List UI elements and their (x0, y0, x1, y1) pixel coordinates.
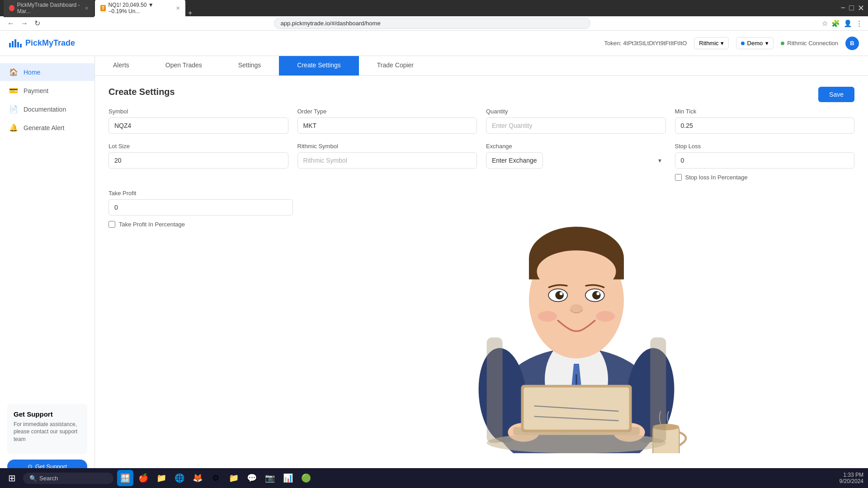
stop-loss-input[interactable] (675, 152, 855, 169)
sidebar-label-home: Home (24, 69, 40, 76)
profile-icon[interactable]: 👤 (844, 19, 852, 28)
close-window-button[interactable]: ✕ (858, 3, 864, 13)
address-bar[interactable]: app.pickmytrade.io/#/dashboard/home (274, 18, 590, 29)
logo-bar-2 (12, 41, 14, 47)
svg-point-22 (555, 291, 564, 300)
exchange-group: Exchange Enter Exchange (486, 143, 666, 181)
take-profit-pct-group: Take Profit In Percentage (108, 221, 293, 228)
svg-point-21 (585, 289, 604, 301)
svg-point-23 (592, 291, 601, 300)
start-button[interactable]: ⊞ (5, 471, 19, 485)
browser-tabs: PickMyTrade Dashboard - Mar... ✕ T NQ1! … (4, 0, 837, 17)
header-right: Token: 4tPt3tStLtDtYt9tFtItFtItO Rithmic… (604, 37, 859, 50)
forward-button[interactable]: → (19, 19, 30, 28)
sidebar-item-payment[interactable]: 💳 Payment (0, 82, 94, 99)
time-display: 1:33 PM (840, 472, 863, 478)
tab-open-trades[interactable]: Open Trades (147, 56, 220, 75)
svg-point-26 (570, 304, 583, 313)
sidebar-item-generate-alert[interactable]: 🔔 Generate Alert (0, 119, 94, 136)
bookmark-icon[interactable]: ☆ (822, 19, 828, 28)
tab-navigation: Alerts Open Trades Settings Create Setti… (95, 56, 868, 76)
stop-loss-group: Stop Loss Stop loss In Percentage (675, 143, 855, 181)
payment-icon: 💳 (9, 86, 18, 95)
main-layout: 🏠 Home 💳 Payment 📄 Documentation 🔔 Gener… (0, 56, 868, 488)
taskbar-app-10[interactable]: 📊 (280, 470, 296, 486)
browser-tab-2[interactable]: T NQ1! 20,049.50 ▼ −0.19% Un... ✕ (95, 0, 185, 17)
taskbar-app-4[interactable]: 🌐 (171, 470, 188, 486)
form-row-1: Symbol Order Type MKT Quantity Min Tick (108, 108, 854, 134)
taskbar-app-8[interactable]: 💬 (244, 470, 260, 486)
mode-label: Demo (747, 40, 763, 47)
take-profit-pct-checkbox[interactable] (108, 221, 115, 228)
taskbar-app-3[interactable]: 📁 (153, 470, 170, 486)
svg-rect-18 (529, 258, 624, 279)
stop-loss-pct-group: Stop loss In Percentage (675, 174, 855, 181)
taskbar-app-6[interactable]: ⚙ (208, 470, 224, 486)
svg-rect-8 (513, 427, 640, 435)
menu-icon[interactable]: ⋮ (856, 19, 863, 28)
new-tab-button[interactable]: + (186, 9, 194, 17)
lot-size-input[interactable] (108, 152, 288, 169)
tab-close-2[interactable]: ✕ (176, 5, 180, 11)
rithmic-symbol-input[interactable] (297, 152, 477, 169)
symbol-input[interactable] (108, 117, 288, 134)
mode-dropdown-icon: ▾ (765, 40, 769, 47)
rithmic-symbol-label: Rithmic Symbol (297, 143, 477, 150)
tab-alerts[interactable]: Alerts (95, 56, 147, 75)
maximize-button[interactable]: □ (849, 3, 854, 13)
exchange-select[interactable]: Enter Exchange (486, 152, 543, 169)
content-area: Alerts Open Trades Settings Create Setti… (95, 56, 868, 488)
mode-selector[interactable]: Demo ▾ (736, 37, 774, 49)
sidebar-nav: 🏠 Home 💳 Payment 📄 Documentation 🔔 Gener… (0, 63, 94, 136)
save-button[interactable]: Save (818, 87, 854, 102)
form-row-3: Take Profit Take Profit In Percentage (108, 190, 854, 228)
character-illustration (418, 190, 735, 455)
extensions-icon[interactable]: 🧩 (831, 19, 840, 28)
take-profit-group: Take Profit Take Profit In Percentage (108, 190, 293, 228)
sidebar-item-documentation[interactable]: 📄 Documentation (0, 100, 94, 118)
search-placeholder: Search (39, 475, 58, 482)
sidebar-item-home[interactable]: 🏠 Home (0, 63, 94, 81)
taskbar-app-5[interactable]: 🦊 (189, 470, 206, 486)
taskbar-app-9[interactable]: 📷 (262, 470, 278, 486)
app-header: PickMyTrade Token: 4tPt3tStLtDtYt9tFtItF… (0, 31, 868, 56)
stop-loss-pct-checkbox[interactable] (675, 174, 682, 181)
svg-line-12 (534, 416, 619, 420)
nav-buttons: ← → ↻ (5, 18, 42, 28)
taskbar-app-7[interactable]: 📁 (226, 470, 242, 486)
reload-button[interactable]: ↻ (33, 18, 42, 28)
quantity-input[interactable] (486, 117, 666, 134)
minimize-button[interactable]: − (841, 3, 846, 13)
svg-point-16 (529, 242, 624, 358)
min-tick-input[interactable] (675, 117, 855, 134)
tab-create-settings[interactable]: Create Settings (279, 56, 359, 75)
taskbar-app-1[interactable]: 🪟 (117, 470, 133, 486)
tab-settings[interactable]: Settings (220, 56, 279, 75)
svg-point-1 (545, 337, 608, 422)
page-title: Create Settings (108, 87, 854, 97)
exchange-label: Exchange (486, 143, 666, 150)
page-content: Create Settings Save Symbol Order Type M… (95, 76, 868, 473)
min-tick-group: Min Tick (675, 108, 855, 134)
svg-point-17 (529, 226, 624, 290)
user-avatar[interactable]: B (845, 37, 859, 50)
taskbar-app-2[interactable]: 🍎 (135, 470, 151, 486)
svg-point-25 (596, 292, 599, 295)
token-label: Token: (604, 40, 621, 47)
browser-addressbar: ← → ↻ app.pickmytrade.io/#/dashboard/hom… (0, 16, 868, 31)
browser-tab-1[interactable]: PickMyTrade Dashboard - Mar... ✕ (4, 0, 94, 17)
svg-point-7 (613, 422, 645, 441)
tab-close-1[interactable]: ✕ (85, 5, 89, 11)
support-description: For immediate assistance, please contact… (14, 421, 81, 443)
lot-size-label: Lot Size (108, 143, 288, 150)
order-type-label: Order Type (297, 108, 477, 115)
svg-point-19 (537, 250, 616, 292)
taskbar-app-11[interactable]: 🟢 (298, 470, 314, 486)
broker-selector[interactable]: Rithmic ▾ (694, 37, 728, 49)
sidebar: 🏠 Home 💳 Payment 📄 Documentation 🔔 Gener… (0, 56, 95, 488)
back-button[interactable]: ← (5, 19, 16, 28)
taskbar-search[interactable]: 🔍 Search (23, 473, 113, 484)
generate-alert-icon: 🔔 (9, 123, 18, 132)
take-profit-input[interactable] (108, 199, 293, 216)
tab-trade-copier[interactable]: Trade Copier (359, 56, 432, 75)
